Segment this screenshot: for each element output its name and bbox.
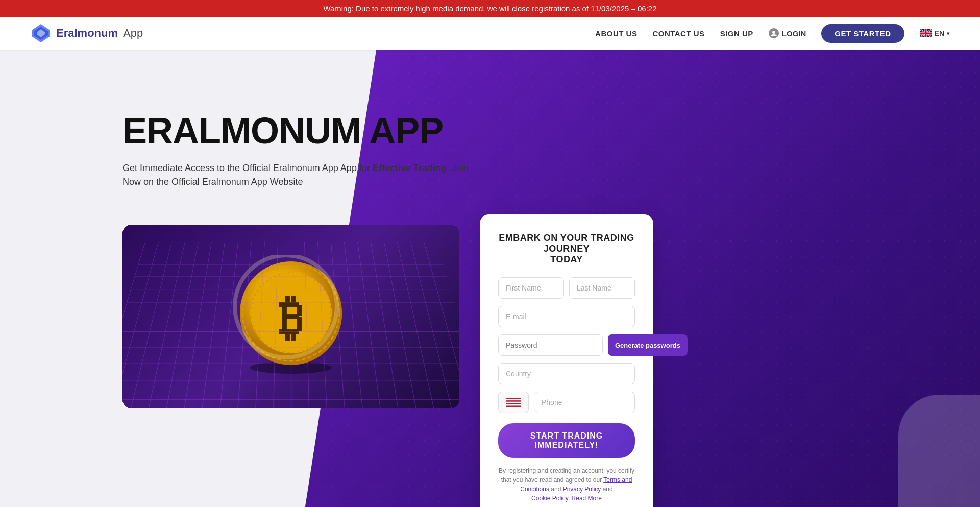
form-disclaimer: By registering and creating an account, … <box>498 466 635 503</box>
header: Eralmonum App ABOUT US CONTACT US SIGN U… <box>0 17 980 50</box>
warning-bar: Warning: Due to extremely high media dem… <box>0 0 980 17</box>
svg-rect-14 <box>506 399 521 401</box>
flag-us-icon <box>506 398 521 407</box>
bitcoin-scene: ₿ <box>122 225 459 408</box>
hero-subtitle-bold: Effective Trading. <box>373 163 449 173</box>
privacy-link[interactable]: Privacy Policy <box>563 486 601 493</box>
logo-app: App <box>123 27 143 40</box>
get-started-button[interactable]: GET STARTED <box>821 24 904 43</box>
password-input[interactable] <box>498 334 603 356</box>
hero-section: ERALMONUM APP Get Immediate Access to th… <box>0 50 980 507</box>
nav-sign-up[interactable]: SIGN UP <box>720 29 753 38</box>
phone-input[interactable] <box>534 392 635 413</box>
svg-point-6 <box>240 263 342 365</box>
logo-brand: Eralmonum <box>56 27 118 40</box>
svg-rect-15 <box>506 402 521 403</box>
phone-flag-selector[interactable] <box>498 392 529 413</box>
hero-title: ERALMONUM APP <box>122 111 480 151</box>
cookie-link[interactable]: Cookie Policy <box>531 495 568 502</box>
hero-bitcoin-image: ₿ <box>122 225 459 408</box>
country-row <box>498 363 635 384</box>
svg-point-11 <box>251 273 331 352</box>
deco-curve-right <box>898 395 980 507</box>
svg-rect-16 <box>506 404 521 406</box>
warning-text: Warning: Due to extremely high media dem… <box>323 4 656 13</box>
svg-text:₿: ₿ <box>279 291 303 345</box>
flag-icon <box>920 29 932 37</box>
form-title: EMBARK ON YOUR TRADING JOURNEY TODAY <box>498 233 635 265</box>
logo[interactable]: Eralmonum App <box>31 23 143 43</box>
language-selector[interactable]: EN ▾ <box>920 29 949 37</box>
read-more-link[interactable]: Read More <box>572 495 602 502</box>
generate-passwords-button[interactable]: Generate passwords <box>608 334 688 356</box>
phone-row <box>498 392 635 413</box>
logo-icon <box>31 23 51 43</box>
disclaimer-and-text: and <box>549 486 563 493</box>
hero-bottom-area: ₿ EMBARK ON YOUR TRADING JOURNEY TODAY <box>61 209 715 507</box>
email-input[interactable] <box>498 306 635 327</box>
start-trading-button[interactable]: START TRADING IMMEDIATELY! <box>498 423 635 458</box>
user-icon <box>769 28 779 38</box>
nav-contact-us[interactable]: CONTACT US <box>652 29 704 38</box>
bitcoin-coin-icon: ₿ <box>230 255 352 378</box>
nav-login[interactable]: LOGIN <box>769 28 806 38</box>
hero-subtitle-start: Get Immediate Access to the Official Era… <box>122 163 373 173</box>
nav-about-us[interactable]: ABOUT US <box>595 29 637 38</box>
hero-subtitle: Get Immediate Access to the Official Era… <box>122 161 480 189</box>
registration-form-card: EMBARK ON YOUR TRADING JOURNEY TODAY Gen… <box>480 214 653 507</box>
lang-chevron-icon: ▾ <box>947 31 949 36</box>
svg-point-5 <box>250 361 332 374</box>
lang-label: EN <box>935 29 944 37</box>
name-row <box>498 277 635 299</box>
svg-point-8 <box>242 264 339 361</box>
main-nav: ABOUT US CONTACT US SIGN UP LOGIN GET ST… <box>595 24 949 43</box>
form-title-line2: TODAY <box>550 254 583 264</box>
svg-point-9 <box>250 272 332 353</box>
password-row: Generate passwords <box>498 334 635 356</box>
country-input[interactable] <box>498 363 635 384</box>
svg-point-3 <box>772 31 775 34</box>
last-name-input[interactable] <box>569 277 635 299</box>
hero-text-area: ERALMONUM APP Get Immediate Access to th… <box>61 80 541 209</box>
svg-point-7 <box>240 261 342 364</box>
svg-point-12 <box>235 255 337 357</box>
first-name-input[interactable] <box>498 277 564 299</box>
email-row <box>498 306 635 327</box>
form-title-line1: EMBARK ON YOUR TRADING JOURNEY <box>499 233 634 254</box>
login-label: LOGIN <box>782 29 806 38</box>
disclaimer-and2: and <box>601 486 612 493</box>
